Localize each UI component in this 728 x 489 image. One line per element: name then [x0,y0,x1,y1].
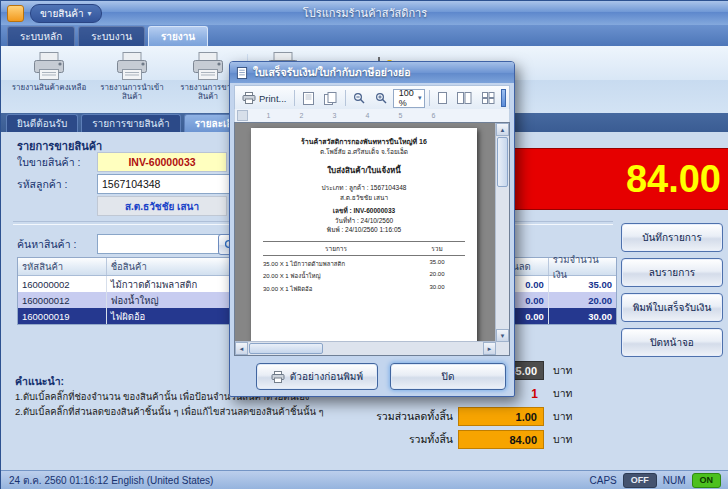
close-dialog-button[interactable]: ปิด [390,363,506,390]
total-discount-value: 1.00 [458,407,544,426]
print-button-label: Print... [259,93,286,104]
num-label: NUM [663,475,686,486]
ribbon-tab-main-system[interactable]: ระบบหลัก [7,26,75,46]
currency-label: บาท [544,362,593,379]
close-screen-button[interactable]: ปิดหน้าจอ [621,328,723,357]
close-dialog-label: ปิด [442,369,455,384]
dialog-title: ใบเสร็จรับเงิน/ใบกำกับภาษีอย่างย่อ [253,64,410,81]
horizontal-scroll-thumb[interactable] [249,343,323,354]
tab-sale-list[interactable]: รายการขายสินค้า [81,114,180,132]
quick-access-sale-button[interactable]: ขายสินค้า ▾ [30,4,102,23]
cell-code: 160000012 [18,292,107,308]
ribbon-item-stock-report[interactable]: รายงานสินค้าคงเหลือ [7,51,91,92]
printer-icon [114,51,150,81]
header-product-code[interactable]: รหัสสินค้า [18,258,107,275]
scroll-right-arrow[interactable]: ► [483,342,496,355]
page-setup-icon [303,92,314,105]
currency-label: บาท [544,408,593,425]
print-preview-label: ตัวอย่างก่อนพิมพ์ [290,369,363,384]
ruler-mark: 5 [384,112,417,119]
cell-code: 160000019 [18,308,107,324]
zoom-in-icon [375,92,387,104]
dialog-titlebar[interactable]: ใบเสร็จรับเงิน/ใบกำกับภาษีอย่างย่อ [230,62,514,83]
page-setup-button[interactable] [299,88,318,108]
receipt-col-item: รายการ [263,244,409,254]
grand-total-display: 84.00 [488,148,728,210]
print-preview-button[interactable]: ตัวอย่างก่อนพิมพ์ [256,363,378,390]
two-page-view-button[interactable] [453,88,476,108]
print-receipt-button[interactable]: พิมพ์ใบเสร็จรับเงิน [621,293,723,322]
ruler-mark: 3 [318,112,351,119]
four-page-view-button[interactable] [478,88,499,108]
print-preview-dialog: ใบเสร็จรับเงิน/ใบกำกับภาษีอย่างย่อ Print… [229,61,515,397]
zoom-select[interactable]: 100 % ▾ [393,89,426,108]
printer-icon [271,371,285,383]
scrollbar-corner [496,342,509,355]
scroll-up-arrow[interactable]: ▲ [496,123,509,136]
preview-pane-button[interactable] [501,89,506,107]
instruction-line-2: 2.ดับเบิ้ลคลิ๊กที่ส่วนลดของสินค้าชิ้นนั้… [15,404,324,419]
vertical-scroll-thumb[interactable] [497,137,508,187]
cell-name: ไฟผิดอ้อ [107,308,246,324]
printer-icon [31,51,67,81]
preview-canvas[interactable]: ร้านค้าสวัสดิการกองพันทหารปืนใหญ่ที่ 16 … [234,122,510,356]
dialog-button-row: ตัวอย่างก่อนพิมพ์ ปิด [230,363,514,389]
scroll-left-arrow[interactable]: ◄ [235,342,248,355]
one-page-icon [438,92,447,104]
vertical-scrollbar[interactable]: ▲ ▼ [495,123,509,342]
caps-label: CAPS [589,475,616,486]
instructions-title: คำแนะนำ: [15,373,64,390]
zoom-out-button[interactable] [349,88,369,108]
one-page-view-button[interactable] [434,88,451,108]
printer-icon [242,92,256,104]
delete-item-button[interactable]: ลบรายการ [621,258,723,287]
currency-label: บาท [544,385,593,402]
invoice-label: ใบขายสินค้า : [17,154,80,171]
ruler-mark: 6 [417,112,450,119]
receipt-page: ร้านค้าสวัสดิการกองพันทหารปืนใหญ่ที่ 16 … [251,128,477,356]
search-product-input[interactable] [97,234,225,254]
num-state-badge: ON [692,473,722,488]
scroll-down-arrow[interactable]: ▼ [496,329,509,342]
zoom-value: 100 % [399,88,414,108]
header-product-name[interactable]: ชื่อสินค้า [107,258,246,275]
invoice-number-field[interactable]: INV-60000033 [97,152,227,172]
store-address: ต.โพธิ์สัย อ.ศรีสมเด็จ จ.ร้อยเอ็ด [251,147,477,157]
section-title: รายการขายสินค้า [17,137,102,155]
currency-label: บาท [544,431,593,448]
grand-total-label: รวมทั้งสิ้น [321,431,458,448]
ribbon-tab-work-system[interactable]: ระบบงาน [78,26,145,46]
quick-access-label: ขายสินค้า [40,6,84,21]
cell-total: 30.00 [549,308,616,324]
copy-page-button[interactable] [320,88,341,108]
app-menu-icon[interactable] [7,5,24,22]
status-bar: 24 ต.ค. 2560 01:16:12 English (United St… [1,470,728,489]
window-titlebar[interactable]: ขายสินค้า ▾ โปรแกรมร้านค้าสวัสดิการ [1,1,728,25]
receipt-item: 30.00 X 1 ไฟผิดอ้อ 30.00 [263,284,465,294]
zoom-in-button[interactable] [371,88,391,108]
window-title: โปรแกรมร้านค้าสวัสดิการ [1,4,728,22]
store-name: ร้านค้าสวัสดิการกองพันทหารปืนใหญ่ที่ 16 [251,128,477,147]
total-discount-label: รวมส่วนลดทั้งสิ้น [321,408,458,425]
printer-icon [190,51,226,81]
ribbon-item-import-report[interactable]: รายงานการนำเข้าสินค้า [95,51,169,101]
save-transaction-button[interactable]: บันทึกรายการ [621,223,723,252]
receipt-item: 35.00 X 1 ไม้กวาดด้ามพลาสติก 35.00 [263,259,465,269]
receipt-items-header: รายการ รวม [263,241,465,256]
receipt-print-time: พิมพ์ : 24/10/2560 1:16:05 [251,225,477,235]
ribbon-tab-strip: ระบบหลัก ระบบงาน รายงาน [1,25,728,46]
summary-grand-row: รวมทั้งสิ้น 84.00 บาท [321,430,593,449]
print-button[interactable]: Print... [238,88,290,108]
customer-id-input[interactable] [97,174,235,194]
horizontal-scrollbar[interactable]: ◄ ► [235,341,496,355]
copy-page-icon [324,92,337,105]
receipt-number: เลขที่ : INV-60000033 [251,206,477,216]
ribbon-item-label: รายงานสินค้าคงเหลือ [12,83,87,92]
ribbon-tab-reports[interactable]: รายงาน [148,26,208,46]
search-product-label: ค้นหาสินค้า : [17,236,76,253]
preview-ruler: 1 2 3 4 5 6 [234,109,510,123]
chevron-down-icon: ▾ [418,94,422,102]
header-total-amount[interactable]: รวมจำนวนเงิน [549,258,616,275]
tab-welcome[interactable]: ยินดีต้อนรับ [6,114,78,132]
customer-code-label: รหัสลูกค้า : [17,176,68,193]
